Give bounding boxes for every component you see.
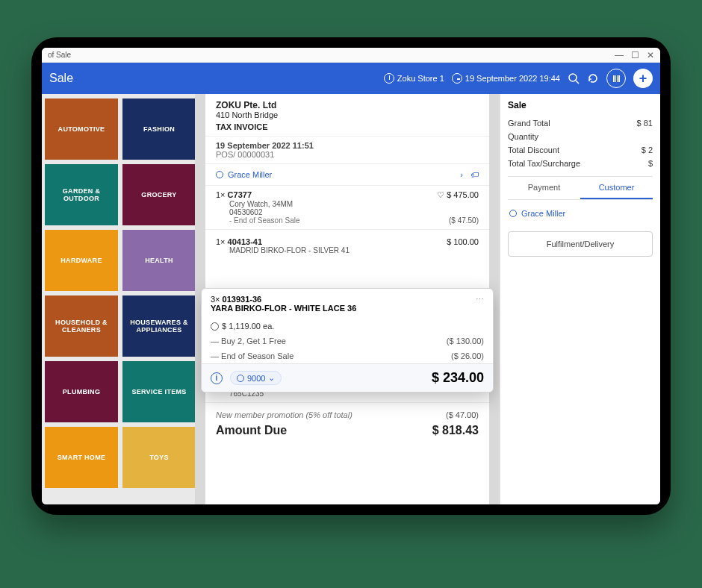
category-tile[interactable]: HEALTH (122, 230, 195, 291)
datetime-label: 19 September 2022 19:44 (465, 74, 560, 83)
summary-row-label: Grand Total (508, 119, 550, 128)
line-desc: MADRID BIRKO-FLOR - SILVER 41 (216, 246, 479, 254)
category-tile[interactable]: SMART HOME (45, 427, 118, 488)
pin-icon (384, 73, 394, 84)
app-header: Sale Zoku Store 1 19 September 2022 19:4… (42, 63, 660, 94)
svg-rect-5 (618, 75, 620, 82)
window-titlebar: of Sale — ☐ ✕ (42, 48, 660, 63)
chevron-right-icon[interactable]: › (460, 170, 463, 179)
popup-more-button[interactable]: ⋯ (476, 295, 484, 313)
line-promo-amount: ($ 47.50) (449, 216, 479, 225)
heart-icon[interactable]: ♡ (437, 190, 444, 199)
line-amount: $ 475.00 (447, 190, 479, 199)
summary-customer-name: Grace Miller (521, 209, 565, 218)
category-tile[interactable]: HOUSEWARES & APPLIANCES (122, 295, 195, 357)
line-promo-label: - End of Season Sale (229, 216, 300, 225)
category-panel: AUTOMOTIVEFASHIONGARDEN & OUTDOORGROCERY… (42, 94, 195, 504)
window-maximize-button[interactable]: ☐ (631, 50, 639, 60)
tab-payment[interactable]: Payment (508, 177, 580, 199)
search-button[interactable] (568, 72, 580, 84)
category-tile[interactable]: AUTOMOTIVE (45, 98, 118, 160)
screen: of Sale — ☐ ✕ Sale Zoku Store 1 19 Septe… (42, 48, 660, 504)
popup-qty: 3× (211, 295, 220, 304)
page-title: Sale (49, 72, 73, 85)
line-desc: Cory Watch, 34MM (216, 200, 479, 208)
store-selector[interactable]: Zoku Store 1 (384, 73, 444, 84)
summary-row-value: $ (648, 159, 653, 168)
receipt-address: 410 North Bridge (216, 110, 479, 119)
chevron-down-icon: ⌄ (268, 373, 275, 383)
loyalty-pill[interactable]: 9000 ⌄ (230, 371, 282, 385)
summary-row-label: Total Discount (508, 146, 559, 154)
amount-due-value: $ 818.43 (432, 424, 479, 437)
window-close-button[interactable]: ✕ (647, 50, 654, 60)
popup-total: $ 234.00 (432, 370, 484, 386)
popup-name: YARA BIRKO-FLOR - WHITE LACE 36 (211, 304, 356, 313)
category-tile[interactable]: HARDWARE (45, 230, 118, 291)
summary-row-value: $ 2 (642, 146, 653, 154)
clock-icon (211, 322, 219, 331)
add-button[interactable]: + (633, 69, 653, 88)
loyalty-points: 9000 (247, 374, 265, 383)
category-tile[interactable]: HOUSEHOLD & CLEANERS (45, 295, 118, 357)
amount-due-label: Amount Due (216, 424, 287, 437)
category-tile[interactable]: GROCERY (122, 164, 195, 225)
line-amount: $ 100.00 (447, 237, 479, 246)
popup-promo2-amount: ($ 26.00) (451, 351, 484, 360)
popup-promo2-label: — End of Season Sale (211, 351, 293, 360)
category-tile[interactable]: SERVICE ITEMS (122, 361, 195, 422)
summary-row: Quantity (508, 130, 653, 143)
svg-rect-3 (615, 75, 616, 82)
svg-rect-2 (613, 75, 615, 82)
summary-row: Total Tax/Surcharge$ (508, 157, 653, 170)
popup-promo1-label: — Buy 2, Get 1 Free (211, 337, 286, 345)
barcode-button[interactable] (606, 69, 626, 88)
refresh-button[interactable] (587, 72, 599, 84)
receipt-line[interactable]: 1× C7377 ♡ $ 475.00 Cory Watch, 34MM 045… (205, 186, 489, 226)
summary-panel: Sale Grand Total$ 81QuantityTotal Discou… (500, 94, 660, 504)
store-label: Zoku Store 1 (397, 74, 444, 83)
receipt-customer-row[interactable]: Grace Miller › 🏷 (205, 164, 489, 186)
member-promo-label: New member promotion (5% off total) (216, 410, 352, 419)
receipt-company: ZOKU Pte. Ltd (216, 100, 479, 110)
line-qty: 1× (216, 190, 226, 199)
line-detail-popup: 3× 013931-36 YARA BIRKO-FLOR - WHITE LAC… (201, 288, 494, 392)
receipt-timestamp: 19 September 2022 11:51 (216, 141, 479, 150)
person-icon (216, 171, 223, 178)
window-minimize-button[interactable]: — (615, 50, 624, 60)
line-qty: 1× (216, 237, 226, 246)
category-tile[interactable]: PLUMBING (45, 361, 118, 422)
summary-row-label: Quantity (508, 132, 538, 141)
person-icon (509, 210, 517, 217)
info-icon[interactable]: i (211, 372, 223, 384)
summary-title: Sale (508, 100, 653, 110)
datetime-display[interactable]: 19 September 2022 19:44 (452, 73, 560, 84)
person-icon (237, 375, 244, 382)
member-promo-amount: ($ 47.00) (446, 410, 479, 419)
receipt-column: ZOKU Pte. Ltd 410 North Bridge TAX INVOI… (195, 94, 500, 504)
summary-row: Grand Total$ 81 (508, 116, 653, 130)
popup-sku: 013931-36 (223, 295, 262, 304)
receipt-customer-name: Grace Miller (228, 170, 272, 179)
receipt-doc-type: TAX INVOICE (216, 122, 479, 131)
receipt-line[interactable]: 1× 40413-41 $ 100.00 MADRID BIRKO-FLOR -… (205, 233, 489, 256)
summary-row-value: $ 81 (637, 119, 653, 128)
line-desc2: 04530602 (216, 208, 479, 216)
summary-customer[interactable]: Grace Miller (508, 200, 653, 227)
category-tile[interactable]: FASHION (122, 98, 195, 160)
line-sku: 40413-41 (228, 237, 263, 246)
summary-row: Total Discount$ 2 (508, 143, 653, 157)
summary-row-label: Total Tax/Surcharge (508, 159, 580, 168)
body: AUTOMOTIVEFASHIONGARDEN & OUTDOORGROCERY… (42, 94, 660, 504)
tab-customer[interactable]: Customer (580, 177, 653, 199)
receipt-ref: POS/ 00000031 (216, 150, 479, 159)
category-tile[interactable]: TOYS (122, 427, 195, 488)
clock-icon (452, 73, 462, 84)
category-tile[interactable]: GARDEN & OUTDOOR (45, 164, 118, 225)
fulfillment-button[interactable]: Fulfilment/Delivery (508, 231, 653, 257)
popup-promo1-amount: ($ 130.00) (447, 337, 484, 345)
svg-rect-4 (617, 75, 618, 82)
line-sku: C7377 (228, 190, 252, 199)
tablet-frame: of Sale — ☐ ✕ Sale Zoku Store 1 19 Septe… (31, 37, 671, 515)
tag-icon[interactable]: 🏷 (470, 170, 479, 179)
